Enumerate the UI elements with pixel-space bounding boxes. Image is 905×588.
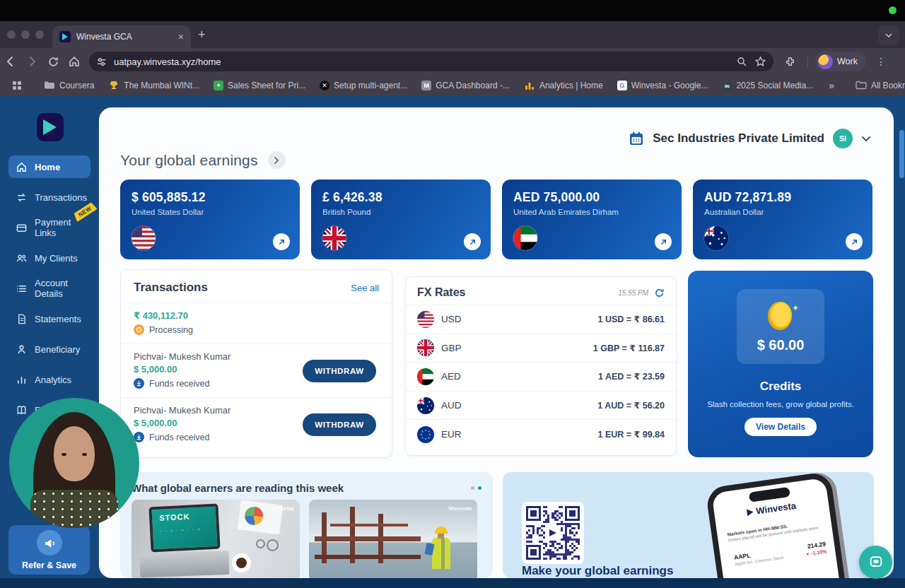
extensions-puzzle-icon[interactable] xyxy=(779,51,800,72)
account-switcher[interactable]: Sec Industries Private Limited SI xyxy=(629,129,871,148)
qr-code xyxy=(522,502,584,564)
balance-card-usd[interactable]: $ 605,885.12 United States Dollar xyxy=(120,180,300,259)
bookmark-sales-sheet[interactable]: + Sales Sheet for Pri... xyxy=(208,77,311,94)
forward-button[interactable] xyxy=(21,51,42,72)
open-aed-account-icon[interactable] xyxy=(655,233,672,250)
promo-panel: Make your global earnings Winvesta Marke… xyxy=(503,472,874,578)
chevron-down-icon[interactable] xyxy=(861,136,871,142)
webpage: Home Transactions Payment Links NEW My C… xyxy=(0,96,905,588)
url-text[interactable]: uatpay.winvesta.xyz/home xyxy=(114,57,729,67)
resources-icon xyxy=(16,404,28,416)
bookmark-analytics-home[interactable]: Analytics | Home xyxy=(518,77,609,94)
balance-card-aed[interactable]: AED 75,000.00 United Arab Emirates Dirha… xyxy=(502,180,682,259)
fx-rates-panel: FX Rates 15.55 PM USD 1 USD = ₹ 86.61 G xyxy=(405,276,677,456)
withdraw-button[interactable]: WITHDRAW xyxy=(303,360,376,382)
sidebar-item-statements[interactable]: Statements xyxy=(8,307,90,330)
bookmarks-bar: Coursera The Mumbai WINt... + Sales Shee… xyxy=(0,75,905,96)
fx-rates-title: FX Rates xyxy=(417,286,465,299)
refresh-icon[interactable] xyxy=(654,288,665,298)
uae-flag-icon xyxy=(417,368,434,385)
close-window-button[interactable] xyxy=(7,30,16,39)
sidebar-item-my-clients[interactable]: My Clients xyxy=(8,247,90,269)
refer-and-save-button[interactable]: Refer & Save xyxy=(8,525,90,575)
winvesta-favicon-icon xyxy=(59,31,71,42)
credits-balance-box: ✦ $ 60.00 xyxy=(737,289,824,364)
profile-name: Work xyxy=(837,57,858,66)
all-bookmarks-button[interactable]: All Bookmarks xyxy=(850,77,905,94)
window-controls[interactable] xyxy=(7,30,44,39)
withdraw-button[interactable]: WITHDRAW xyxy=(303,413,376,436)
browser-profile-chip[interactable]: Work xyxy=(815,52,866,71)
infinity-icon: ∞ xyxy=(722,81,732,90)
reload-button[interactable] xyxy=(42,51,64,72)
back-button[interactable] xyxy=(0,51,21,72)
webcam-overlay xyxy=(9,398,139,528)
australia-flag-icon xyxy=(417,397,434,414)
sidebar-item-payment-links[interactable]: Payment Links NEW xyxy=(8,216,90,239)
credits-subtitle: Slash collection fees, grow global profi… xyxy=(707,400,854,408)
sheet-icon: + xyxy=(214,81,223,90)
bookmark-setup-multi-agent[interactable]: ✕ Setup multi-agent... xyxy=(314,77,413,94)
profile-avatar xyxy=(818,54,833,69)
view-details-button[interactable]: View Details xyxy=(745,418,817,436)
bookmark-coursera[interactable]: Coursera xyxy=(38,77,100,94)
maximize-window-button[interactable] xyxy=(35,30,44,39)
bookmark-gca-dashboard[interactable]: M GCA Dashboard -... xyxy=(416,77,515,94)
calendar-icon[interactable] xyxy=(629,131,644,146)
credits-title: Credits xyxy=(760,380,802,394)
open-aud-account-icon[interactable] xyxy=(846,233,863,250)
article-thumbnail-stocks[interactable]: Winvesta STOCK· · ▪ · ▪ · · ▪ xyxy=(132,500,300,578)
bookmark-mumbai-wint[interactable]: The Mumbai WINt... xyxy=(103,77,205,94)
phone-app-brand: Winvesta xyxy=(714,495,829,522)
my-clients-icon xyxy=(16,252,28,264)
transaction-row[interactable]: ₹ 430,112.70 Processing xyxy=(121,303,392,344)
see-all-link[interactable]: See all xyxy=(351,283,379,293)
reading-title: What global earners are reading this wee… xyxy=(132,482,344,494)
payment-links-icon xyxy=(16,222,28,234)
coin-icon: ✦ xyxy=(765,300,796,331)
address-bar[interactable]: uatpay.winvesta.xyz/home xyxy=(89,52,773,71)
transaction-row[interactable]: Pichvai- Mukesh Kumar $ 5,000.00 Funds r… xyxy=(121,398,392,451)
funds-received-icon xyxy=(134,378,144,389)
carousel-dots[interactable] xyxy=(471,486,481,490)
sidebar-item-beneficiary[interactable]: Beneficiary xyxy=(8,338,90,360)
open-usd-account-icon[interactable] xyxy=(273,233,290,250)
sidebar-item-analytics[interactable]: Analytics xyxy=(8,368,90,391)
minimize-window-button[interactable] xyxy=(21,30,30,39)
sidebar-item-transactions[interactable]: Transactions xyxy=(8,186,90,208)
australia-flag-icon xyxy=(704,226,728,250)
bookmark-2025-social-media[interactable]: ∞ 2025 Social Media... xyxy=(716,77,819,94)
open-gbp-account-icon[interactable] xyxy=(464,233,481,250)
bookmarks-overflow-icon[interactable]: » xyxy=(824,80,839,91)
credits-amount: $ 60.00 xyxy=(757,337,805,353)
tab-search-chevron-icon[interactable] xyxy=(878,25,899,45)
new-tab-button[interactable]: + xyxy=(198,28,206,41)
balance-card-aud[interactable]: AUD 72,871.89 Australian Dollar xyxy=(693,180,872,259)
browser-menu-icon[interactable]: ⋮ xyxy=(870,51,892,72)
zoom-page-icon[interactable] xyxy=(736,56,747,67)
earnings-expand-button[interactable] xyxy=(268,151,286,169)
tab-close-icon[interactable]: × xyxy=(178,32,184,42)
sidebar-item-account-details[interactable]: Account Details xyxy=(8,277,90,300)
transaction-row[interactable]: Pichvai- Mukesh Kumar $ 5,000.00 Funds r… xyxy=(121,344,392,398)
x-icon: ✕ xyxy=(320,81,329,90)
sidebar-item-home[interactable]: Home xyxy=(8,155,90,178)
chat-widget-button[interactable] xyxy=(859,546,892,579)
apps-grid-icon[interactable] xyxy=(7,77,27,94)
us-flag-icon xyxy=(132,226,156,250)
transactions-title: Transactions xyxy=(134,281,208,295)
article-thumbnail-port[interactable]: Winvesta xyxy=(309,500,477,578)
home-icon xyxy=(16,161,28,173)
browser-tab[interactable]: Winvesta GCA × xyxy=(52,25,191,48)
home-button[interactable] xyxy=(64,51,85,72)
us-flag-icon xyxy=(417,311,434,328)
bookmark-star-icon[interactable] xyxy=(754,56,766,68)
balance-card-gbp[interactable]: £ 6,426.38 British Pound xyxy=(311,180,491,259)
page-bottom-strip xyxy=(0,578,905,588)
site-settings-tune-icon[interactable] xyxy=(96,57,107,67)
bookmark-winvesta-google[interactable]: G Winvesta - Google... xyxy=(612,77,714,94)
winvesta-logo[interactable] xyxy=(37,113,64,141)
screen: Winvesta GCA × + uatpay.winvesta.xyz/hom… xyxy=(0,0,905,588)
page-scrollbar[interactable] xyxy=(899,130,904,178)
toolbar-divider xyxy=(807,55,808,68)
